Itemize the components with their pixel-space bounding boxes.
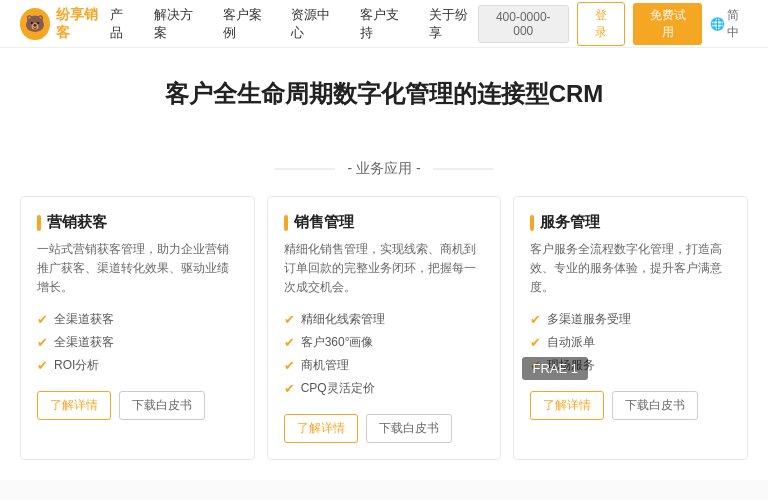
header: 🐻 纷享销客 产品解决方案客户案例资源中心客户支持关于纷享 400-0000-0… <box>0 0 768 48</box>
card-title-text: 服务管理 <box>540 213 600 232</box>
logo-icon: 🐻 <box>20 8 50 40</box>
learn-more-button[interactable]: 了解详情 <box>284 414 358 443</box>
business-section-header: - 业务应用 - <box>0 160 768 178</box>
phone-button[interactable]: 400-0000-000 <box>478 5 569 43</box>
nav-item-解决方案[interactable]: 解决方案 <box>154 6 203 42</box>
card-title-text: 销售管理 <box>294 213 354 232</box>
nav-item-资源中心[interactable]: 资源中心 <box>291 6 340 42</box>
nav-item-关于纷享[interactable]: 关于纷享 <box>429 6 478 42</box>
logo: 🐻 纷享销客 <box>20 6 110 42</box>
card-title-text: 营销获客 <box>47 213 107 232</box>
title-bar <box>530 215 534 231</box>
feature-item: ✔全渠道获客 <box>37 331 238 354</box>
feature-item: ✔ROI分析 <box>37 354 238 377</box>
feature-item: ✔客户360°画像 <box>284 331 485 354</box>
card-actions: 了解详情 下载白皮书 <box>37 391 238 420</box>
feature-item: ✔CPQ灵活定价 <box>284 377 485 400</box>
nav-item-产品[interactable]: 产品 <box>110 6 134 42</box>
check-icon: ✔ <box>284 312 295 327</box>
nav-item-客户支持[interactable]: 客户支持 <box>360 6 409 42</box>
card-desc: 客户服务全流程数字化管理，打造高效、专业的服务体验，提升客户满意度。 <box>530 240 731 298</box>
login-button[interactable]: 登录 <box>577 2 625 46</box>
feature-label: 全渠道获客 <box>54 311 114 328</box>
check-icon: ✔ <box>284 335 295 350</box>
feature-label: 全渠道获客 <box>54 334 114 351</box>
feature-item: ✔商机管理 <box>284 354 485 377</box>
feature-label: 客户360°画像 <box>301 334 374 351</box>
feature-label: 多渠道服务受理 <box>547 311 631 328</box>
check-icon: ✔ <box>37 358 48 373</box>
title-bar <box>37 215 41 231</box>
hero-section: 客户全生命周期数字化管理的连接型CRM <box>0 48 768 150</box>
check-icon: ✔ <box>284 358 295 373</box>
hero-title: 客户全生命周期数字化管理的连接型CRM <box>20 78 748 110</box>
feature-label: 精细化线索管理 <box>301 311 385 328</box>
feature-item: ✔自动派单 <box>530 331 731 354</box>
frame-label: FRAE 1 <box>522 357 588 380</box>
header-right: 400-0000-000 登录 免费试用 🌐 简中 <box>478 2 748 46</box>
download-whitepaper-button[interactable]: 下载白皮书 <box>119 391 205 420</box>
card-actions: 了解详情 下载白皮书 <box>530 391 731 420</box>
business-cards-grid: 营销获客 一站式营销获客管理，助力企业营销推广获客、渠道转化效果、驱动业绩增长。… <box>0 196 768 460</box>
main-nav: 产品解决方案客户案例资源中心客户支持关于纷享 <box>110 6 478 42</box>
globe-icon: 🌐 <box>710 17 725 31</box>
download-whitepaper-button[interactable]: 下载白皮书 <box>366 414 452 443</box>
connect-section: - 连接能力 - 连接渠道赋能伙伴 数字化连接业务上下游，实现在线订货、客户报告… <box>0 480 768 500</box>
card-actions: 了解详情 下载白皮书 <box>284 414 485 443</box>
free-trial-button[interactable]: 免费试用 <box>633 3 702 45</box>
feature-label: CPQ灵活定价 <box>301 380 375 397</box>
logo-text: 纷享销客 <box>56 6 109 42</box>
nav-item-客户案例[interactable]: 客户案例 <box>223 6 272 42</box>
check-icon: ✔ <box>37 335 48 350</box>
business-card-marketing: 营销获客 一站式营销获客管理，助力企业营销推广获客、渠道转化效果、驱动业绩增长。… <box>20 196 255 460</box>
card-desc: 精细化销售管理，实现线索、商机到订单回款的完整业务闭环，把握每一次成交机会。 <box>284 240 485 298</box>
feature-item: ✔精细化线索管理 <box>284 308 485 331</box>
card-desc: 一站式营销获客管理，助力企业营销推广获客、渠道转化效果、驱动业绩增长。 <box>37 240 238 298</box>
learn-more-button[interactable]: 了解详情 <box>37 391 111 420</box>
check-icon: ✔ <box>284 381 295 396</box>
feature-item: ✔多渠道服务受理 <box>530 308 731 331</box>
feature-item: ✔全渠道获客 <box>37 308 238 331</box>
card-features: ✔精细化线索管理✔客户360°画像✔商机管理✔CPQ灵活定价 <box>284 308 485 400</box>
card-features: ✔全渠道获客✔全渠道获客✔ROI分析 <box>37 308 238 377</box>
card-title: 销售管理 <box>284 213 485 232</box>
feature-label: 自动派单 <box>547 334 595 351</box>
check-icon: ✔ <box>530 335 541 350</box>
title-bar <box>284 215 288 231</box>
check-icon: ✔ <box>530 312 541 327</box>
business-section-label: - 业务应用 - <box>335 160 432 178</box>
feature-label: 商机管理 <box>301 357 349 374</box>
download-whitepaper-button[interactable]: 下载白皮书 <box>612 391 698 420</box>
card-title: 营销获客 <box>37 213 238 232</box>
business-card-sales: 销售管理 精细化销售管理，实现线索、商机到订单回款的完整业务闭环，把握每一次成交… <box>267 196 502 460</box>
lang-label: 简中 <box>727 7 748 41</box>
business-card-service: 服务管理 客户服务全流程数字化管理，打造高效、专业的服务体验，提升客户满意度。 … <box>513 196 748 460</box>
card-title: 服务管理 <box>530 213 731 232</box>
lang-selector[interactable]: 🌐 简中 <box>710 7 748 41</box>
check-icon: ✔ <box>37 312 48 327</box>
feature-label: ROI分析 <box>54 357 99 374</box>
learn-more-button[interactable]: 了解详情 <box>530 391 604 420</box>
